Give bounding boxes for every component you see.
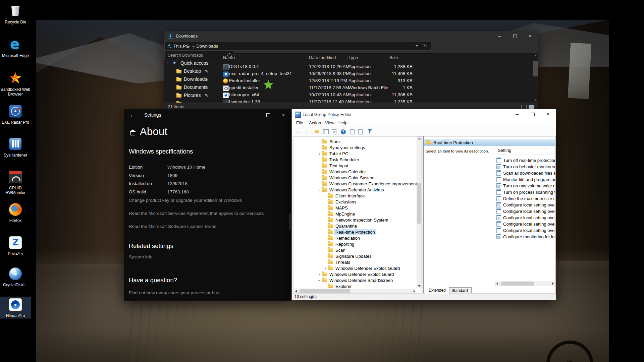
forward-icon[interactable]	[303, 128, 309, 134]
up-level-icon[interactable]	[315, 130, 319, 133]
scrollbar-thumb[interactable]	[501, 282, 534, 286]
tree-item-reporting[interactable]: Reporting	[294, 242, 422, 248]
scroll-down-icon[interactable]	[418, 285, 421, 287]
sidebar-item-pictures[interactable]: Pictures	[164, 92, 221, 100]
setting-item[interactable]: Turn on behavior monitoring	[496, 164, 555, 170]
tree-item-tablet-pc[interactable]: Tablet PC	[294, 151, 422, 157]
column-divider[interactable]	[347, 55, 347, 61]
tree-item-store[interactable]: Store	[294, 139, 422, 145]
link-system-info[interactable]: System info	[129, 254, 153, 259]
horizontal-scrollbar[interactable]	[294, 289, 416, 294]
tree-item-quarantine[interactable]: Quarantine	[294, 224, 422, 230]
scroll-left-icon[interactable]	[496, 282, 498, 285]
desktop-icon-firefox[interactable]: Firefox	[0, 202, 31, 223]
tree-item-exclusions[interactable]: Exclusions	[294, 199, 422, 205]
address-bar[interactable]: This PC Downloads	[164, 41, 431, 51]
back-icon[interactable]	[295, 128, 301, 134]
column-header-type[interactable]: Type	[348, 55, 358, 60]
file-row-ddu[interactable]: DDU v18.0.0.4 12/2/2018 10:26 AM Applica…	[222, 63, 533, 70]
desktop-icon-recycle-bin[interactable]: Recycle Bin	[0, 3, 31, 24]
desktop-icon-sandboxed-web-browser[interactable]: Sandboxed Web Browser	[0, 70, 31, 97]
scroll-up-icon[interactable]	[534, 55, 537, 56]
tree-item-real-time-protection[interactable]: Real-time Protection	[294, 230, 422, 236]
desktop-icon-crystaldiskinfo[interactable]: CrystalDiskI...	[0, 266, 31, 287]
close-button[interactable]	[540, 109, 556, 119]
minimize-button[interactable]	[245, 109, 260, 121]
refresh-icon[interactable]	[418, 43, 431, 49]
desktop-icon-hitmanpro[interactable]: HitmanPro	[0, 297, 31, 318]
tree-item-threats[interactable]: Threats	[294, 260, 422, 266]
horizontal-scrollbar[interactable]	[495, 281, 555, 286]
desktop-icon-syshardener[interactable]: SysHardener	[0, 136, 31, 158]
scrollbar-thumb[interactable]	[417, 183, 421, 224]
settings-title-bar[interactable]: Settings	[124, 109, 291, 121]
column-header-size[interactable]: Size	[389, 55, 398, 60]
chevron-expanded-icon[interactable]	[317, 278, 322, 283]
close-button[interactable]	[523, 31, 538, 41]
column-header-date[interactable]: Date modified	[309, 55, 336, 60]
policy-doc-icon[interactable]	[358, 129, 363, 134]
tree-item-wd-smartscreen[interactable]: Windows Defender SmartScreen	[294, 278, 422, 284]
tab-standard[interactable]: Standard	[448, 287, 472, 294]
close-button[interactable]	[276, 109, 291, 121]
link-services-agreement[interactable]: Read the Microsoft Services Agreement th…	[129, 211, 264, 216]
back-icon[interactable]	[129, 112, 135, 119]
file-row-hwmonitor[interactable]: hwmonitor 1.38 11/27/2018 12:40 AM Appli…	[222, 99, 533, 103]
vertical-scrollbar[interactable]	[533, 53, 538, 103]
tree-item-text-input[interactable]: Text Input	[294, 163, 422, 169]
scrollbar-thumb[interactable]	[289, 214, 290, 230]
chevron-collapsed-icon[interactable]	[323, 266, 328, 271]
sidebar-item-partial[interactable]	[164, 100, 221, 103]
tree-item-client-interface[interactable]: Client Interface	[294, 193, 422, 199]
recent-locations-icon[interactable]	[187, 46, 190, 48]
tree-item-wd-exploit-guard[interactable]: Windows Defender Exploit Guard	[294, 272, 422, 278]
setting-item[interactable]: Configure local setting overrid	[496, 202, 555, 208]
setting-item[interactable]: Define the maximum size of do	[496, 195, 555, 202]
desktop-icon-microsoft-edge[interactable]: Microsoft Edge	[0, 38, 31, 58]
tree-item-scan[interactable]: Scan	[294, 248, 422, 254]
scroll-down-icon[interactable]	[534, 100, 537, 101]
column-divider[interactable]	[305, 55, 305, 61]
setting-item[interactable]: Turn on raw volume write noti	[496, 183, 555, 189]
minimize-button[interactable]	[492, 31, 507, 41]
desktop-icon-exe-radar-pro[interactable]: EXE Radar Pro	[0, 103, 31, 125]
file-row-exe-radar[interactable]: exe_radar_pro_4_setup_test31 10/29/2018 …	[222, 70, 533, 77]
explorer-title-bar[interactable]: Downloads	[164, 31, 538, 41]
tree-item-wd-exploit-guard-child[interactable]: Windows Defender Exploit Guard	[294, 266, 422, 272]
scroll-left-icon[interactable]	[295, 290, 297, 293]
setting-item[interactable]: Scan all downloaded files and	[496, 170, 555, 176]
setting-item[interactable]: Configure local setting overrid	[496, 208, 555, 215]
sidebar-item-downloads[interactable]: Downloads	[164, 75, 221, 83]
maximize-button[interactable]	[525, 109, 540, 119]
tree-item-remediation[interactable]: Remediation	[294, 236, 422, 242]
column-divider[interactable]	[414, 55, 414, 61]
tree-item-windows-color-system[interactable]: Windows Color System	[294, 175, 422, 181]
column-header-setting[interactable]: Setting	[498, 148, 511, 153]
setting-item[interactable]: Configure local setting overrid	[496, 227, 555, 234]
gpedit-title-bar[interactable]: Local Group Policy Editor	[292, 109, 556, 119]
setting-item[interactable]: Turn off real-time protection	[496, 157, 555, 164]
setting-item[interactable]: Configure monitoring for inco	[496, 234, 555, 240]
scrollbar-thumb[interactable]	[300, 289, 350, 293]
tree-item-sync-your-settings[interactable]: Sync your settings	[294, 145, 422, 151]
policy-doc-icon[interactable]	[350, 129, 355, 134]
tree-item-signature-updates[interactable]: Signature Updates	[294, 254, 422, 260]
setting-item[interactable]: Turn on process scanning whe	[496, 189, 555, 195]
chevron-collapsed-icon[interactable]	[317, 272, 322, 277]
chevron-expanded-icon[interactable]	[317, 188, 322, 192]
maximize-button[interactable]	[507, 31, 523, 41]
link-find-cores[interactable]: Find out how many cores your processor h…	[129, 290, 219, 295]
vertical-scrollbar[interactable]	[417, 136, 422, 288]
link-license-terms[interactable]: Read the Microsoft Software License Term…	[129, 224, 216, 229]
sidebar-item-desktop[interactable]: Desktop	[164, 67, 221, 75]
menu-help[interactable]: Help	[338, 120, 347, 125]
menu-file[interactable]: File	[296, 120, 303, 125]
chevron-expand-icon[interactable]	[165, 62, 170, 63]
scroll-right-icon[interactable]	[414, 290, 415, 293]
setting-item[interactable]: Configure local setting overrid	[496, 215, 555, 221]
menu-view[interactable]: View	[325, 120, 334, 125]
desktop-icon-privazer[interactable]: PrivaZer	[0, 235, 31, 256]
sidebar-item-documents[interactable]: Documents	[164, 83, 221, 92]
scrollbar-thumb[interactable]	[533, 61, 538, 76]
tree-item-windows-calendar[interactable]: Windows Calendar	[294, 169, 422, 175]
